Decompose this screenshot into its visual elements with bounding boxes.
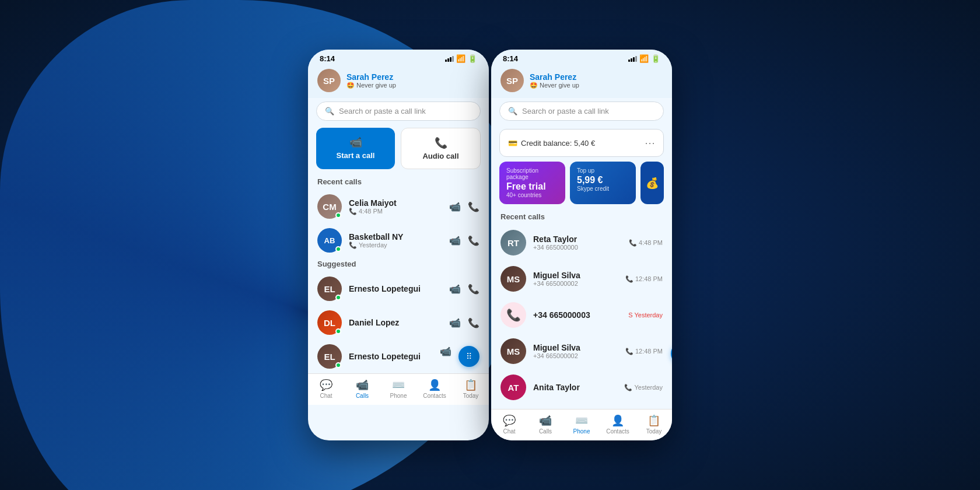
search-icon-right: 🔍	[508, 107, 517, 116]
start-call-button[interactable]: 📹 Start a call	[316, 128, 395, 169]
promo-desc-2: Skype credit	[577, 186, 629, 192]
avatar-left: SP	[317, 69, 341, 92]
contact-ernesto2[interactable]: EL Ernesto Lopetegui 📹 ⠿	[308, 340, 489, 373]
nav-contacts-left[interactable]: 👤 Contacts	[420, 379, 449, 399]
call-number-miguel2: +34 665000002	[533, 352, 618, 359]
call-icon-miguel1: 📞	[625, 275, 634, 283]
contact-basketball[interactable]: AB Basketball NY 📞 Yesterday 📹 📞	[308, 223, 489, 257]
online-indicator-4	[335, 328, 341, 334]
right-phone: 8:14 📶 🔋 SP Sarah Perez �	[491, 50, 672, 440]
contact-info-ernesto1: Ernesto Lopetegui	[349, 284, 442, 293]
online-indicator-3	[335, 295, 341, 300]
nav-phone-right[interactable]: ⌨️ Phone	[567, 414, 596, 435]
video-call-icon-2[interactable]: 📹	[449, 235, 461, 246]
today-label-right: Today	[646, 428, 662, 435]
search-icon-left: 🔍	[325, 107, 334, 116]
search-bar-left[interactable]: 🔍 Search or paste a call link	[316, 102, 481, 121]
promo-desc-1: 40+ countries	[506, 192, 558, 198]
nav-calls-right[interactable]: 📹 Calls	[531, 414, 560, 435]
calls-icon-left: 📹	[356, 379, 369, 391]
call-reta[interactable]: RT Reta Taylor +34 665000000 📞 4:48 PM	[491, 225, 672, 261]
search-bar-right[interactable]: 🔍 Search or paste a call link	[499, 102, 664, 121]
audio-icon: 📞	[435, 136, 447, 149]
nav-chat-right[interactable]: 💬 Chat	[495, 414, 524, 435]
credit-balance-card[interactable]: 💳 Credit balance: 5,40 € ⋯	[499, 129, 664, 157]
call-name-miguel2: Miguel Silva	[533, 343, 618, 352]
today-icon-right: 📋	[648, 414, 660, 427]
promo-title-1: Free trial	[506, 181, 558, 192]
call-name-reta: Reta Taylor	[533, 235, 622, 244]
status-bar-right: 8:14 📶 🔋	[491, 50, 672, 65]
contact-actions-celia: 📹 📞	[449, 201, 480, 212]
nav-calls-left[interactable]: 📹 Calls	[348, 379, 377, 399]
avatar-right: SP	[501, 69, 524, 92]
nav-today-left[interactable]: 📋 Today	[456, 379, 485, 399]
call-time-reta: 📞 4:48 PM	[629, 239, 663, 247]
call-name-anita: Anita Taylor	[533, 383, 617, 392]
contact-daniel[interactable]: DL Daniel Lopez 📹 📞	[308, 306, 489, 340]
profile-header-left[interactable]: SP Sarah Perez 🤩 Never give up	[308, 65, 489, 98]
bottom-nav-right: 💬 Chat 📹 Calls ⌨️ Phone 👤 Contacts 📋 Tod…	[491, 409, 672, 440]
contact-info-celia: Celia Maiyot 📞 4:48 PM	[349, 198, 442, 215]
contacts-label-right: Contacts	[606, 428, 629, 435]
dialpad-fab-right[interactable]: ⠿	[671, 343, 672, 364]
search-placeholder-left: Search or paste a call link	[339, 107, 426, 116]
avatar-anita: AT	[501, 374, 526, 400]
audio-call-button[interactable]: 📞 Audio call	[401, 128, 481, 169]
contact-ernesto1[interactable]: EL Ernesto Lopetegui 📹 📞	[308, 272, 489, 306]
video-call-icon[interactable]: 📹	[449, 201, 461, 212]
calls-icon-right: 📹	[539, 414, 552, 427]
credit-card-icon: 💳	[508, 139, 517, 148]
nav-phone-left[interactable]: ⌨️ Phone	[384, 379, 413, 399]
promo-cards-container: Subscription package Free trial 40+ coun…	[491, 162, 672, 210]
video-icon-e1[interactable]: 📹	[449, 284, 461, 295]
calls-label-right: Calls	[539, 428, 552, 435]
call-anita[interactable]: AT Anita Taylor 📞 Yesterday	[491, 369, 672, 405]
video-icon-dl[interactable]: 📹	[449, 317, 461, 328]
time-right: 8:14	[503, 54, 518, 63]
left-phone: 8:14 📶 🔋 SP Sarah Perez �	[308, 50, 489, 440]
contact-sub-celia: 📞 4:48 PM	[349, 208, 442, 215]
call-miguel1[interactable]: MS Miguel Silva +34 665000002 📞 12:48 PM	[491, 261, 672, 297]
call-miguel2[interactable]: MS Miguel Silva +34 665000002 📞 12:48 PM…	[491, 333, 672, 369]
promo-card-extra[interactable]: 💰	[640, 162, 664, 204]
contact-info-basketball: Basketball NY 📞 Yesterday	[349, 232, 442, 249]
credit-balance-text: Credit balance: 5,40 €	[521, 139, 595, 148]
profile-info-right: Sarah Perez 🤩 Never give up	[530, 72, 663, 89]
phone-icon-e1[interactable]: 📞	[468, 284, 480, 295]
call-number-reta: +34 665000000	[533, 244, 622, 251]
credit-label: 💳 Credit balance: 5,40 €	[508, 139, 595, 148]
dialpad-fab-left[interactable]: ⠿	[459, 346, 480, 367]
contact-actions-daniel: 📹 📞	[449, 317, 480, 328]
promo-card-freetrial[interactable]: Subscription package Free trial 40+ coun…	[499, 162, 565, 204]
phone-icon-right: ⌨️	[575, 414, 588, 427]
phone-icon-dl[interactable]: 📞	[468, 317, 480, 328]
nav-contacts-right[interactable]: 👤 Contacts	[603, 414, 632, 435]
nav-chat-left[interactable]: 💬 Chat	[312, 379, 341, 399]
online-indicator-5	[335, 362, 341, 368]
phone-icon-left: ⌨️	[392, 379, 405, 391]
avatar-miguel2: MS	[501, 338, 526, 364]
contact-sub-basketball: 📞 Yesterday	[349, 242, 442, 249]
promo-card-topup[interactable]: Top up 5,99 € Skype credit	[570, 162, 636, 204]
phone-call-icon[interactable]: 📞	[468, 201, 480, 212]
avatar-daniel: DL	[317, 310, 342, 335]
nav-today-right[interactable]: 📋 Today	[639, 414, 668, 435]
phone-label-left: Phone	[390, 393, 407, 399]
profile-info-left: Sarah Perez 🤩 Never give up	[346, 72, 480, 89]
avatar-ernesto1: EL	[317, 276, 342, 301]
contact-celia[interactable]: CM Celia Maiyot 📞 4:48 PM 📹 📞	[308, 190, 489, 223]
profile-name-right: Sarah Perez	[530, 72, 663, 82]
call-number-miguel1: +34 665000002	[533, 280, 618, 287]
contacts-icon-left: 👤	[428, 379, 441, 391]
call-name-number3: +34 665000003	[533, 310, 621, 320]
phone-call-icon-2[interactable]: 📞	[468, 235, 480, 246]
call-time-anita: 📞 Yesterday	[624, 384, 663, 391]
credit-more-button[interactable]: ⋯	[645, 136, 655, 149]
video-icon-e2[interactable]: 📹	[440, 346, 452, 367]
profile-header-right[interactable]: SP Sarah Perez 🤩 Never give up	[491, 65, 672, 98]
suggested-title: Suggested	[308, 257, 489, 272]
call-number3[interactable]: 📞 +34 665000003 S Yesterday	[491, 297, 672, 333]
contact-info-ernesto2: Ernesto Lopetegui	[349, 352, 433, 361]
call-info-anita: Anita Taylor	[533, 383, 617, 392]
